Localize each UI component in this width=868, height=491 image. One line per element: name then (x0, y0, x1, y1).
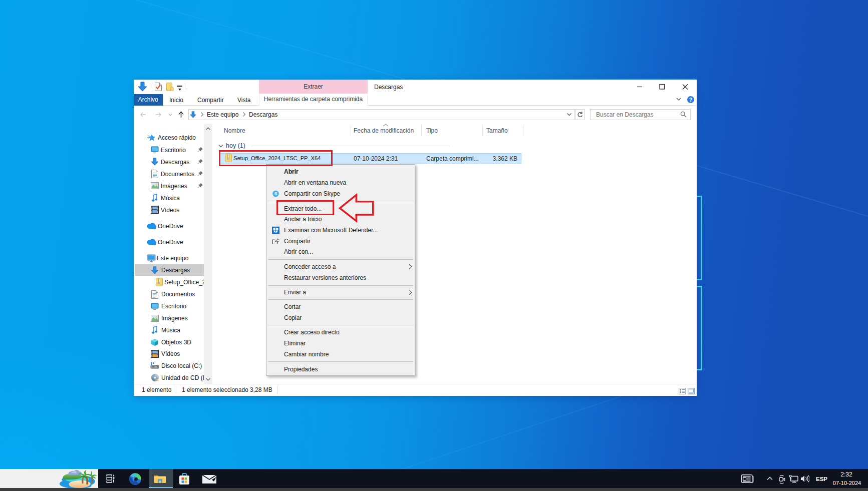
svg-text:S: S (274, 191, 277, 196)
